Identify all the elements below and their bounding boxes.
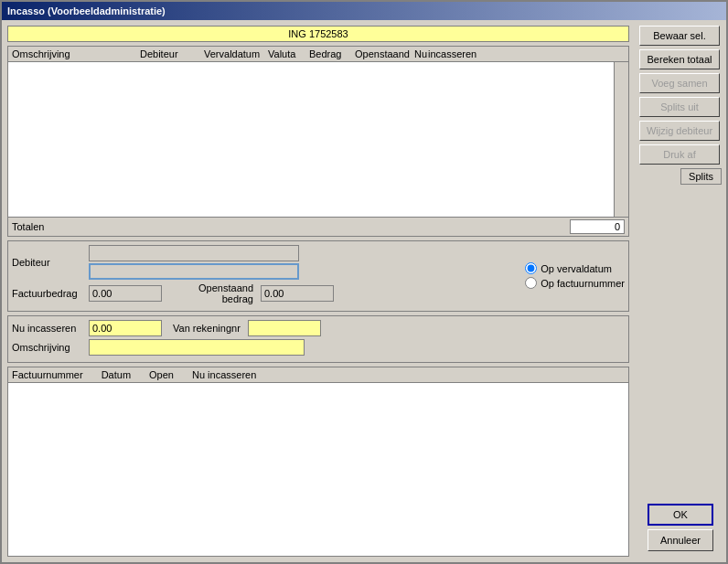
- debiteur-input2[interactable]: [89, 263, 299, 280]
- factuurbedrag-row: Factuurbedrag Openstaand bedrag: [12, 282, 509, 304]
- nu-incasseren-input[interactable]: [89, 320, 162, 336]
- col-header-nu: Nu: [414, 48, 428, 59]
- omschrijving-input[interactable]: [89, 339, 305, 356]
- bottom-buttons: OK Annuleer: [639, 504, 722, 557]
- factuurbedrag-input[interactable]: [89, 285, 162, 302]
- radio-factuurnummer-label: Op factuurnummer: [541, 278, 625, 289]
- col-header-vervaldatum: Vervaldatum: [204, 48, 268, 59]
- omschrijving-row: Omschrijving: [12, 339, 625, 356]
- nu-incasseren-label: Nu incasseren: [12, 323, 85, 334]
- factuur-col-datum: Datum: [102, 369, 131, 380]
- van-rekeningnr-input[interactable]: [248, 320, 321, 336]
- table-header: Omschrijving Debiteur Vervaldatum Valuta…: [8, 47, 628, 62]
- splits-uit-button[interactable]: Splits uit: [639, 97, 720, 117]
- totalen-row: Totalen 0: [8, 217, 628, 236]
- debiteur-label: Debiteur: [12, 257, 85, 268]
- openstaand-label: Openstaand bedrag: [166, 282, 257, 304]
- main-area: ING 1752583 Omschrijving Debiteur Verval…: [2, 20, 635, 562]
- factuur-col-nu: Nu incasseren: [192, 369, 256, 380]
- table-scrollbar[interactable]: [614, 62, 628, 217]
- ing-header: ING 1752583: [7, 26, 629, 42]
- factuur-section: Factuurnummer Datum Open Nu incasseren: [7, 367, 629, 558]
- radio-vervaldatum-row[interactable]: Op vervaldatum: [525, 262, 625, 274]
- annuleer-button[interactable]: Annuleer: [648, 529, 713, 551]
- radio-options: Op vervaldatum Op factuurnummer: [516, 245, 625, 307]
- factuur-col-nummer: Factuurnummer: [12, 369, 83, 380]
- incasseren-row1: Nu incasseren Van rekeningnr: [12, 320, 625, 336]
- van-rekeningnr-label: Van rekeningnr: [173, 323, 241, 334]
- debiteur-section: Debiteur Factuurbedrag Openstaand bedrag: [7, 240, 629, 312]
- left-forms: Debiteur Factuurbedrag Openstaand bedrag: [12, 245, 509, 307]
- factuurbedrag-label: Factuurbedrag: [12, 288, 85, 299]
- right-panel: Bewaar sel. Bereken totaal Voeg samen Sp…: [635, 20, 726, 562]
- col-header-bedrag: Bedrag: [309, 48, 355, 59]
- table-body[interactable]: [8, 62, 614, 217]
- totalen-value: 0: [570, 219, 625, 234]
- totalen-label: Totalen: [12, 221, 570, 232]
- window-title: Incasso (Voorbeeldadministratie): [7, 5, 166, 16]
- druk-af-button[interactable]: Druk af: [639, 144, 720, 165]
- radio-vervaldatum-label: Op vervaldatum: [541, 263, 612, 274]
- bereken-totaal-button[interactable]: Bereken totaal: [639, 49, 720, 69]
- debiteur-input1[interactable]: [89, 245, 299, 261]
- voeg-samen-button[interactable]: Voeg samen: [639, 73, 720, 93]
- main-table-section: Omschrijving Debiteur Vervaldatum Valuta…: [7, 46, 629, 237]
- radio-factuurnummer-row[interactable]: Op factuurnummer: [525, 277, 625, 289]
- factuur-header: Factuurnummer Datum Open Nu incasseren: [8, 367, 628, 383]
- omschrijving-label: Omschrijving: [12, 342, 85, 353]
- title-bar: Incasso (Voorbeeldadministratie): [2, 2, 726, 20]
- col-header-incasseren: incasseren: [428, 48, 483, 59]
- debiteur-inputs: [89, 245, 299, 280]
- col-header-debiteur: Debiteur: [140, 48, 204, 59]
- bewaar-sel-button[interactable]: Bewaar sel.: [639, 26, 720, 46]
- radio-factuurnummer[interactable]: [525, 277, 537, 289]
- splits-badge: Splits: [680, 168, 722, 185]
- wijzig-debiteur-button[interactable]: Wijzig debiteur: [639, 121, 720, 141]
- radio-vervaldatum[interactable]: [525, 262, 537, 274]
- ok-button[interactable]: OK: [648, 504, 713, 526]
- factuur-col-open: Open: [149, 369, 174, 380]
- main-window: Incasso (Voorbeeldadministratie) ING 175…: [0, 0, 728, 564]
- col-header-openstaand: Openstaand: [355, 48, 414, 59]
- incasseren-section: Nu incasseren Van rekeningnr Omschrijvin…: [7, 315, 629, 363]
- debiteur-row: Debiteur: [12, 245, 509, 280]
- splits-area: Splits: [639, 168, 722, 500]
- openstaand-input[interactable]: [261, 285, 334, 302]
- factuur-body[interactable]: [8, 383, 628, 557]
- col-header-valuta: Valuta: [268, 48, 309, 59]
- col-header-omschrijving: Omschrijving: [12, 48, 140, 59]
